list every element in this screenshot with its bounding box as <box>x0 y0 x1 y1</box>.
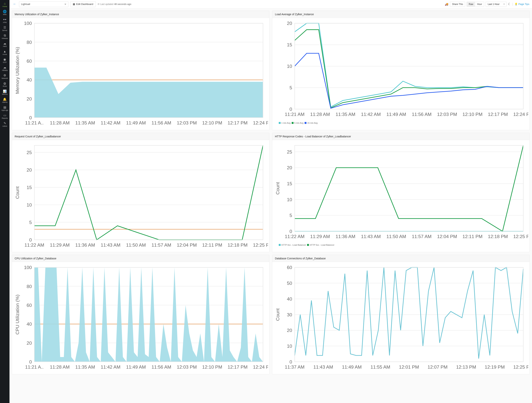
svg-text:11:49 AM: 11:49 AM <box>126 120 146 126</box>
sidebar-item-reports[interactable]: ▭Reports <box>0 113 10 120</box>
svg-text:11:49 AM: 11:49 AM <box>342 365 362 370</box>
svg-text:11:49 AM: 11:49 AM <box>386 112 406 117</box>
bulb-icon: 💡 <box>514 3 518 6</box>
seg-hour[interactable]: Hour <box>475 2 484 6</box>
svg-text:12:24 PM: 12:24 PM <box>513 112 528 117</box>
reports-icon: ▭ <box>3 114 6 117</box>
topbar-right: 🚚 Share This Raw Hour Last 1 Hour ☾ | 💡P… <box>445 2 529 7</box>
card-db-connections: Database Connections of Zylker_Database … <box>272 255 530 374</box>
svg-text:Count: Count <box>15 186 20 199</box>
legend-item: HTTP 4xx - Load Balancer <box>279 244 306 246</box>
seg-raw[interactable]: Raw <box>467 2 475 6</box>
svg-text:12:03 PM: 12:03 PM <box>177 365 197 370</box>
chart-http[interactable]: 0510152025Count11:22 AM11:29 AM11:36 AM1… <box>273 141 528 243</box>
svg-text:12:03 PM: 12:03 PM <box>437 112 457 117</box>
svg-text:0: 0 <box>29 237 32 242</box>
svg-text:Memory Utilization (%): Memory Utilization (%) <box>15 47 20 94</box>
svg-text:12:24 PM: 12:24 PM <box>253 120 268 126</box>
sidebar-item-vmware[interactable]: ⧉VMware <box>0 33 10 41</box>
svg-text:100: 100 <box>24 265 32 270</box>
refresh-icon[interactable]: ⟳ <box>98 3 100 6</box>
chart-load[interactable]: 0510152011:21 AM11:28 AM11:35 AM11:42 AM… <box>273 19 528 121</box>
chart-cpu[interactable]: 020406080100CPU Utilization (%)11:21 A..… <box>13 263 268 374</box>
svg-text:5: 5 <box>290 85 292 90</box>
svg-text:0: 0 <box>290 107 292 112</box>
svg-text:11:35 AM: 11:35 AM <box>75 120 95 126</box>
svg-text:11:21 AM: 11:21 AM <box>285 112 304 117</box>
svg-text:11:50 AM: 11:50 AM <box>126 242 146 247</box>
sidebar-item-apm[interactable]: 👓APM <box>0 17 10 25</box>
sidebar-item-alarms[interactable]: 🔔Alarms <box>0 96 10 105</box>
sidebar-item-gcp[interactable]: ◉GCP <box>0 57 10 65</box>
edit-dashboard-button[interactable]: ▦Edit Dashboard <box>70 1 96 7</box>
svg-text:12:19 PM: 12:19 PM <box>485 365 505 370</box>
svg-text:11:55 AM: 11:55 AM <box>370 365 390 370</box>
azure-icon: ▲ <box>3 50 6 53</box>
share-button[interactable]: Share This <box>450 2 465 7</box>
svg-text:20: 20 <box>287 328 292 333</box>
svg-text:12:03 PM: 12:03 PM <box>177 120 197 126</box>
chart-dbconn[interactable]: 0102030405060Count11:37 AM11:43 AM11:49 … <box>273 263 528 374</box>
sidebar-item-applogs[interactable]: ▤AppLogs <box>0 105 10 113</box>
svg-text:25: 25 <box>287 149 292 154</box>
sidebar-item-web[interactable]: 🌐Web <box>0 9 10 17</box>
svg-text:10: 10 <box>27 202 32 207</box>
sidebar-item-rum[interactable]: ◍RUM <box>0 81 10 88</box>
dark-mode-toggle[interactable]: ☾ <box>508 2 511 6</box>
main: ← Lightsail ▦Edit Dashboard ⟳Last update… <box>10 0 532 403</box>
globe-icon: 🌐 <box>3 10 7 13</box>
delivery-icon[interactable]: 🚚 <box>445 2 448 6</box>
page-tips-link[interactable]: 💡Page Tips <box>514 3 529 6</box>
sidebar-item-server[interactable]: ☰Server <box>0 25 10 33</box>
svg-text:11:56 AM: 11:56 AM <box>152 365 171 370</box>
network-icon: ⚙ <box>3 74 6 77</box>
card-title: Load Average of Zylker_Instance <box>272 11 530 18</box>
svg-text:11:29 AM: 11:29 AM <box>310 234 330 239</box>
card-memory-utilization: Memory Utilization of Zylker_Instance 02… <box>12 11 269 130</box>
metrics-icon: 📊 <box>3 90 7 93</box>
svg-text:20: 20 <box>287 21 292 26</box>
svg-text:12:13 PM: 12:13 PM <box>456 365 476 370</box>
sidebar-item-network[interactable]: ⚙Network <box>0 73 10 81</box>
time-range-select[interactable]: Last 1 Hour <box>486 2 507 7</box>
svg-text:11:42 AM: 11:42 AM <box>101 120 120 126</box>
svg-text:15: 15 <box>287 42 292 47</box>
svg-rect-70 <box>34 145 263 240</box>
card-title: CPU Utilization of Zylker_Database <box>12 255 269 262</box>
svg-text:11:56 AM: 11:56 AM <box>152 120 171 126</box>
vmware-icon: ⧉ <box>4 34 6 37</box>
card-title: Request Count of Zylker_Loadbalancer <box>12 133 269 140</box>
svg-text:11:43 AM: 11:43 AM <box>313 365 333 370</box>
svg-text:0: 0 <box>290 359 292 365</box>
svg-text:12:07 PM: 12:07 PM <box>428 365 447 370</box>
svg-text:11:21 A..: 11:21 A.. <box>25 365 44 370</box>
svg-text:12:25 PM: 12:25 PM <box>513 365 528 370</box>
chart-memory[interactable]: 020406080100Memory Utilization (%)11:21 … <box>13 19 268 130</box>
sidebar-item-metrics[interactable]: 📊Metrics <box>0 88 10 96</box>
svg-text:11:43 AM: 11:43 AM <box>361 234 381 239</box>
svg-text:0: 0 <box>290 229 292 234</box>
sidebar-item-alibaba[interactable]: ☁Alibaba <box>0 65 10 73</box>
legend-item: 15 min Avg <box>304 122 317 124</box>
svg-text:20: 20 <box>27 340 32 346</box>
svg-text:20: 20 <box>287 165 292 170</box>
svg-text:11:29 AM: 11:29 AM <box>50 242 70 247</box>
legend-item: HTTP 5xx - Load Balancer <box>307 244 334 246</box>
legend-item: 1 min Avg <box>279 122 291 124</box>
aws-icon: ☁ <box>3 42 6 45</box>
granularity-segment: Raw Hour <box>467 2 484 7</box>
grid-add-icon: ▦ <box>73 3 75 6</box>
sidebar-item-azure[interactable]: ▲Azure <box>0 49 10 57</box>
chart-request[interactable]: 0510152025Count11:22 AM11:29 AM11:36 AM1… <box>13 141 268 252</box>
sidebar-item-home[interactable]: ⌂Home <box>0 1 10 9</box>
sidebar-item-admin[interactable]: ✎Admin <box>0 120 10 128</box>
dashboard-select[interactable]: Lightsail <box>19 1 68 7</box>
svg-text:12:25 PM: 12:25 PM <box>513 234 528 239</box>
svg-text:20: 20 <box>27 167 32 172</box>
card-title: HTTP Response Codes - Load Balancer of Z… <box>272 133 530 140</box>
sidebar-item-aws[interactable]: ☁AWS <box>0 41 10 49</box>
svg-text:12:24 PM: 12:24 PM <box>253 365 268 370</box>
back-button[interactable]: ← <box>12 2 17 6</box>
svg-text:11:36 AM: 11:36 AM <box>75 242 95 247</box>
svg-text:11:28 AM: 11:28 AM <box>50 365 70 370</box>
